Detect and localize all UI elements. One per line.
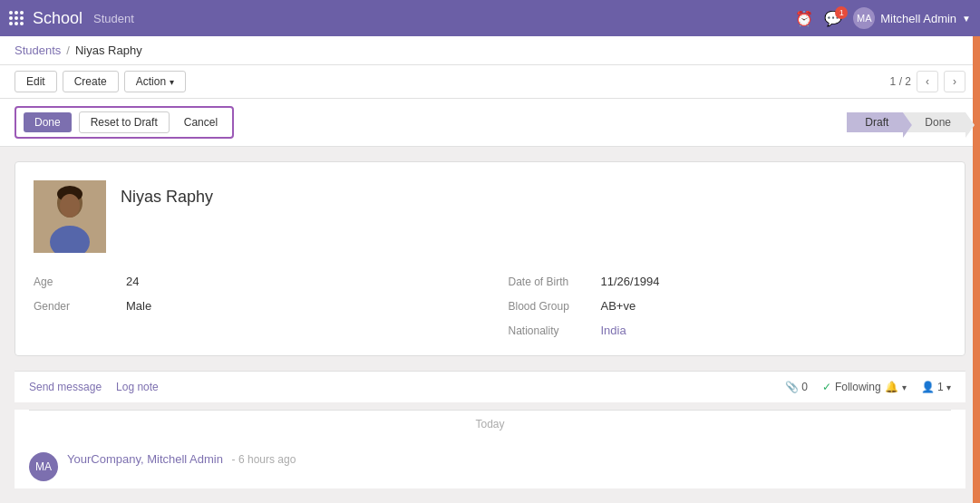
nationality-label: Nationality <box>509 324 590 337</box>
gender-label: Gender <box>34 300 115 313</box>
chat-entry: MA YourCompany, Mitchell Admin - 6 hours… <box>29 445 951 488</box>
student-name-area: Niyas Raphy <box>121 180 213 207</box>
log-note-link[interactable]: Log note <box>116 381 159 393</box>
user-menu[interactable]: MA Mitchell Admin ▼ <box>853 7 971 29</box>
fields-right: Date of Birth 11/26/1994 Blood Group AB+… <box>509 275 947 337</box>
send-message-link[interactable]: Send message <box>29 381 102 393</box>
following-caret: ▾ <box>902 382 907 392</box>
fields-left: Age 24 Gender Male <box>34 275 472 337</box>
nationality-field: Nationality India <box>509 324 947 337</box>
blood-group-label: Blood Group <box>509 300 590 313</box>
dob-field: Date of Birth 11/26/1994 <box>509 275 947 288</box>
blood-group-field: Blood Group AB+ve <box>509 299 947 313</box>
pagination-text: 1 / 2 <box>890 75 911 88</box>
blood-group-value: AB+ve <box>601 299 636 313</box>
student-fields: Age 24 Gender Male Date of Birth 11/26/1… <box>34 275 946 337</box>
action-bar: Edit Create Action ▾ 1 / 2 ‹ › <box>0 65 980 99</box>
pagination-prev[interactable]: ‹ <box>917 71 938 92</box>
gender-value: Male <box>126 299 151 313</box>
chat-badge: 1 <box>835 6 848 19</box>
action-caret-icon: ▾ <box>170 77 174 87</box>
chat-user-avatar: MA <box>29 452 58 481</box>
grid-icon[interactable] <box>9 11 24 25</box>
gender-field: Gender Male <box>34 299 472 313</box>
status-bar: Done Reset to Draft Cancel Draft Done <box>0 99 980 147</box>
today-section: Today MA YourCompany, Mitchell Admin - 6… <box>15 410 965 488</box>
reset-to-draft-button[interactable]: Reset to Draft <box>79 111 170 133</box>
topbar: School Student ⏰ 💬 1 MA Mitchell Admin ▼ <box>0 0 980 36</box>
user-name: Mitchell Admin <box>880 12 956 25</box>
user-avatar: MA <box>853 7 875 29</box>
student-header: Niyas Raphy <box>34 180 946 253</box>
pagination-next[interactable]: › <box>944 71 965 92</box>
chat-icon-wrapper[interactable]: 💬 1 <box>824 10 842 27</box>
attachments-count: 📎 0 <box>785 381 808 393</box>
person-icon: 👤 <box>921 381 935 393</box>
clock-icon[interactable]: ⏰ <box>795 10 813 27</box>
pagination: 1 / 2 ‹ › <box>890 71 965 92</box>
stage-draft[interactable]: Draft <box>847 112 903 132</box>
app-name: School <box>33 9 82 28</box>
student-record-card: Niyas Raphy Age 24 Gender Male Date of B… <box>15 161 965 356</box>
breadcrumb-parent[interactable]: Students <box>15 44 61 57</box>
today-divider: Today <box>29 410 951 438</box>
svg-point-4 <box>60 194 80 218</box>
edit-button[interactable]: Edit <box>15 71 57 92</box>
create-button[interactable]: Create <box>63 71 119 92</box>
main-content: Niyas Raphy Age 24 Gender Male Date of B… <box>0 147 980 503</box>
bell-icon: 🔔 <box>885 381 898 393</box>
stage-pipeline: Draft Done <box>847 112 965 132</box>
breadcrumb: Students / Niyas Raphy <box>0 36 980 65</box>
dob-value: 11/26/1994 <box>601 275 660 288</box>
cancel-button[interactable]: Cancel <box>177 112 225 132</box>
paperclip-icon: 📎 <box>785 381 799 393</box>
done-button[interactable]: Done <box>24 112 72 132</box>
age-field: Age 24 <box>34 275 472 288</box>
chat-content: YourCompany, Mitchell Admin - 6 hours ag… <box>67 452 296 481</box>
age-label: Age <box>34 276 115 288</box>
breadcrumb-separator: / <box>66 44 70 57</box>
stage-done[interactable]: Done <box>903 112 965 132</box>
check-icon: ✓ <box>822 381 831 393</box>
chat-time: - 6 hours ago <box>232 453 296 466</box>
nationality-value[interactable]: India <box>601 324 626 337</box>
action-button[interactable]: Action ▾ <box>124 71 186 92</box>
student-name: Niyas Raphy <box>121 180 213 207</box>
chatter-bar: Send message Log note 📎 0 ✓ Following 🔔 … <box>15 371 965 402</box>
followers-caret: ▾ <box>946 382 951 392</box>
student-photo <box>34 180 106 253</box>
right-accent-bar <box>973 36 980 503</box>
user-dropdown-icon: ▼ <box>962 14 971 24</box>
followers-button[interactable]: 👤 1 ▾ <box>921 381 951 393</box>
breadcrumb-current: Niyas Raphy <box>75 44 142 57</box>
module-name: Student <box>93 12 134 25</box>
following-button[interactable]: ✓ Following 🔔 ▾ <box>822 381 907 393</box>
chat-author: YourCompany, Mitchell Admin <box>67 452 223 466</box>
workflow-actions: Done Reset to Draft Cancel <box>15 106 234 139</box>
age-value: 24 <box>126 275 139 288</box>
dob-label: Date of Birth <box>509 276 590 288</box>
